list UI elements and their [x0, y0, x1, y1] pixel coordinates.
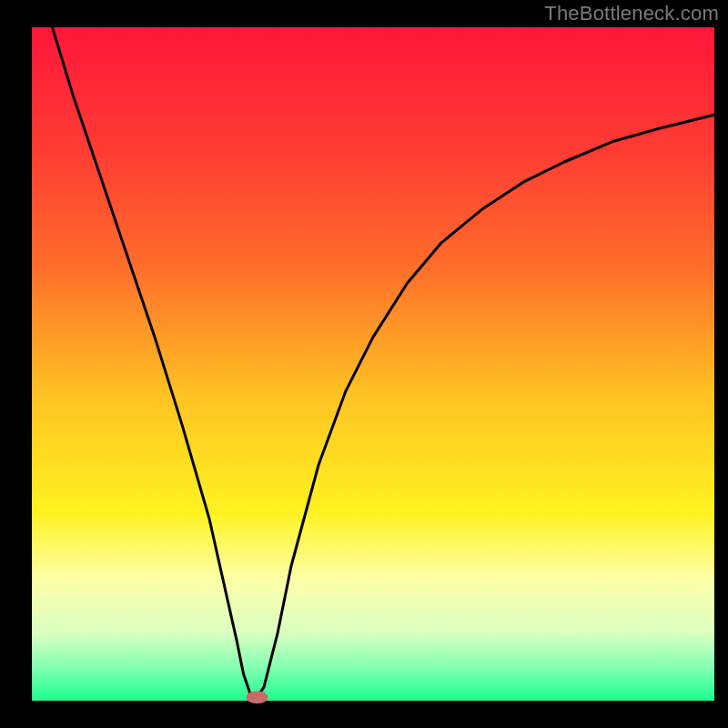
optimal-point-marker [247, 691, 268, 703]
bottleneck-chart [0, 0, 728, 728]
chart-container: TheBottleneck.com [0, 0, 728, 728]
plot-background [32, 27, 714, 701]
watermark-text: TheBottleneck.com [544, 2, 719, 25]
